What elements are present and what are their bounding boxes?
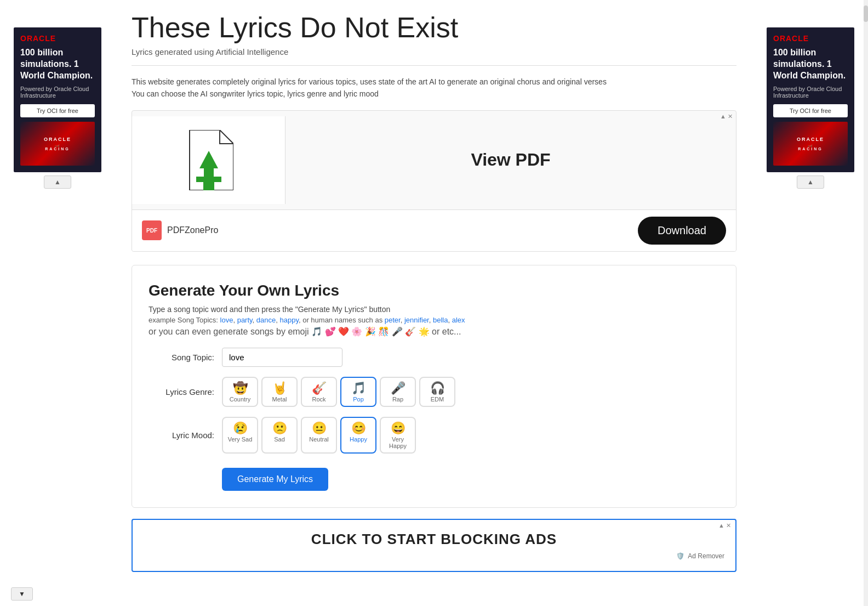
left-scroll-up-button[interactable]: ▲ bbox=[44, 175, 71, 189]
svg-marker-3 bbox=[203, 181, 214, 190]
very-sad-label: Very Sad bbox=[228, 436, 253, 443]
left-ad-subtext: Powered by Oracle Cloud Infrastructure bbox=[20, 86, 95, 99]
generate-lyrics-button[interactable]: Generate My Lyrics bbox=[222, 468, 328, 491]
mood-very-happy[interactable]: 😄 Very Happy bbox=[380, 417, 416, 454]
pdf-icon bbox=[184, 130, 233, 190]
topic-alex[interactable]: alex bbox=[452, 316, 465, 324]
genre-pop[interactable]: 🎵 Pop bbox=[340, 377, 376, 407]
ad-bottom-section: PDF PDFZonePro Download bbox=[132, 209, 736, 251]
site-title: These Lyrics Do Not Exist bbox=[132, 11, 736, 44]
description-line2: You can choose the AI songwriter lyrics … bbox=[132, 89, 379, 98]
ad-close-button[interactable]: ▲ ✕ bbox=[720, 113, 733, 120]
site-subtitle: Lyrics generated using Artificial Intell… bbox=[132, 47, 736, 56]
very-sad-icon: 😢 bbox=[233, 422, 248, 434]
pop-icon: 🎵 bbox=[351, 382, 366, 394]
right-ad-racing: ORACLE 🏎️ RACING bbox=[773, 122, 848, 166]
generate-title: Generate Your Own Lyrics bbox=[149, 282, 719, 299]
genre-options: 🤠 Country 🤘 Metal 🎸 Rock 🎵 Pop bbox=[222, 377, 455, 407]
topic-peter[interactable]: peter bbox=[385, 316, 401, 324]
rap-icon: 🎤 bbox=[391, 382, 406, 394]
genre-country[interactable]: 🤠 Country bbox=[222, 377, 258, 407]
left-ad-headline: 100 billion simulations. 1 World Champio… bbox=[20, 47, 95, 81]
topic-party[interactable]: party bbox=[237, 316, 253, 324]
ad-remover-label: Ad Remover bbox=[688, 552, 724, 560]
very-happy-label: Very Happy bbox=[383, 436, 413, 449]
scrollbar-thumb[interactable] bbox=[864, 5, 868, 22]
description: This website generates completely origin… bbox=[132, 76, 736, 100]
main-content: These Lyrics Do Not Exist Lyrics generat… bbox=[115, 0, 753, 606]
left-ad-try-button[interactable]: Try OCI for free bbox=[20, 104, 95, 117]
lyrics-genre-label: Lyrics Genre: bbox=[149, 387, 214, 397]
edm-label: EDM bbox=[431, 396, 444, 403]
neutral-label: Neutral bbox=[309, 436, 328, 443]
rap-label: Rap bbox=[392, 396, 403, 403]
right-ad-headline: 100 billion simulations. 1 World Champio… bbox=[773, 47, 848, 81]
lyrics-genre-row: Lyrics Genre: 🤠 Country 🤘 Metal 🎸 Rock bbox=[149, 377, 719, 407]
right-ad-subtext: Powered by Oracle Cloud Infrastructure bbox=[773, 86, 848, 99]
mood-sad[interactable]: 🙁 Sad bbox=[261, 417, 298, 454]
sad-label: Sad bbox=[274, 436, 285, 443]
bottom-ad-footer: 🛡️ Ad Remover bbox=[144, 552, 724, 560]
scrollbar[interactable] bbox=[864, 0, 868, 606]
topic-dance[interactable]: dance bbox=[256, 316, 276, 324]
lyric-mood-row: Lyric Mood: 😢 Very Sad 🙁 Sad 😐 Neutral bbox=[149, 417, 719, 454]
pdfzone-logo: PDF PDFZonePro bbox=[142, 220, 638, 240]
song-topic-label: Song Topic: bbox=[149, 353, 214, 362]
genre-edm[interactable]: 🎧 EDM bbox=[419, 377, 455, 407]
pdfzone-name: PDFZonePro bbox=[167, 225, 218, 235]
oracle-logo-left: ORACLE bbox=[20, 34, 95, 43]
happy-label: Happy bbox=[350, 436, 367, 443]
lyric-mood-label: Lyric Mood: bbox=[149, 431, 214, 440]
mood-options: 😢 Very Sad 🙁 Sad 😐 Neutral 😊 Happy bbox=[222, 417, 416, 454]
shield-icon: 🛡️ bbox=[676, 552, 684, 560]
topic-jennifier[interactable]: jennifier bbox=[404, 316, 429, 324]
emoji-row: or you can even generate songs by emoji … bbox=[149, 326, 719, 337]
right-advertisement: ORACLE 100 billion simulations. 1 World … bbox=[753, 0, 868, 606]
bottom-ad-text: CLICK TO START BLOCKING ADS bbox=[144, 531, 724, 548]
country-label: Country bbox=[230, 396, 251, 403]
edm-icon: 🎧 bbox=[430, 382, 445, 394]
description-line1: This website generates completely origin… bbox=[132, 77, 607, 86]
ad-top-section: View PDF bbox=[132, 111, 736, 209]
main-ad-banner: ▲ ✕ View PDF PDF PDFZone bbox=[132, 110, 736, 252]
bottom-advertisement[interactable]: ▲ ✕ CLICK TO START BLOCKING ADS 🛡️ Ad Re… bbox=[132, 519, 736, 572]
sad-icon: 🙁 bbox=[272, 422, 287, 434]
right-ad-box: ORACLE 100 billion simulations. 1 World … bbox=[767, 27, 854, 172]
pdf-visual bbox=[132, 116, 285, 204]
topic-love[interactable]: love bbox=[220, 316, 233, 324]
very-happy-icon: 😄 bbox=[391, 422, 406, 434]
rock-icon: 🎸 bbox=[312, 382, 327, 394]
divider bbox=[132, 65, 736, 66]
metal-label: Metal bbox=[272, 396, 287, 403]
topic-happy[interactable]: happy bbox=[279, 316, 298, 324]
pop-label: Pop bbox=[353, 396, 364, 403]
left-ad-racing: ORACLE 🏎️ RACING bbox=[20, 122, 95, 166]
left-advertisement: ORACLE 100 billion simulations. 1 World … bbox=[0, 0, 115, 606]
song-topic-row: Song Topic: bbox=[149, 348, 719, 367]
genre-rock[interactable]: 🎸 Rock bbox=[301, 377, 337, 407]
mood-very-sad[interactable]: 😢 Very Sad bbox=[222, 417, 258, 454]
neutral-icon: 😐 bbox=[312, 422, 327, 434]
mood-neutral[interactable]: 😐 Neutral bbox=[301, 417, 337, 454]
scroll-down-button[interactable]: ▼ bbox=[11, 587, 33, 601]
right-scroll-up-button[interactable]: ▲ bbox=[797, 175, 824, 189]
song-topic-input[interactable] bbox=[222, 348, 342, 367]
mood-happy[interactable]: 😊 Happy bbox=[340, 417, 376, 454]
generate-section: Generate Your Own Lyrics Type a song top… bbox=[132, 265, 736, 508]
rock-label: Rock bbox=[312, 396, 326, 403]
pdfzone-icon: PDF bbox=[142, 220, 162, 240]
topic-bella[interactable]: bella bbox=[433, 316, 448, 324]
happy-icon: 😊 bbox=[351, 422, 366, 434]
view-pdf-text: View PDF bbox=[285, 150, 736, 170]
right-ad-try-button[interactable]: Try OCI for free bbox=[773, 104, 848, 117]
genre-metal[interactable]: 🤘 Metal bbox=[261, 377, 298, 407]
generate-instruction: Type a song topic word and then press th… bbox=[149, 305, 719, 314]
left-ad-box: ORACLE 100 billion simulations. 1 World … bbox=[14, 27, 101, 172]
genre-rap[interactable]: 🎤 Rap bbox=[380, 377, 416, 407]
bottom-ad-close-button[interactable]: ▲ ✕ bbox=[718, 522, 731, 529]
example-topics: example Song Topics: love, party, dance,… bbox=[149, 316, 719, 324]
metal-icon: 🤘 bbox=[272, 382, 287, 394]
country-icon: 🤠 bbox=[233, 382, 248, 394]
oracle-logo-right: ORACLE bbox=[773, 34, 848, 43]
download-button[interactable]: Download bbox=[638, 217, 726, 245]
